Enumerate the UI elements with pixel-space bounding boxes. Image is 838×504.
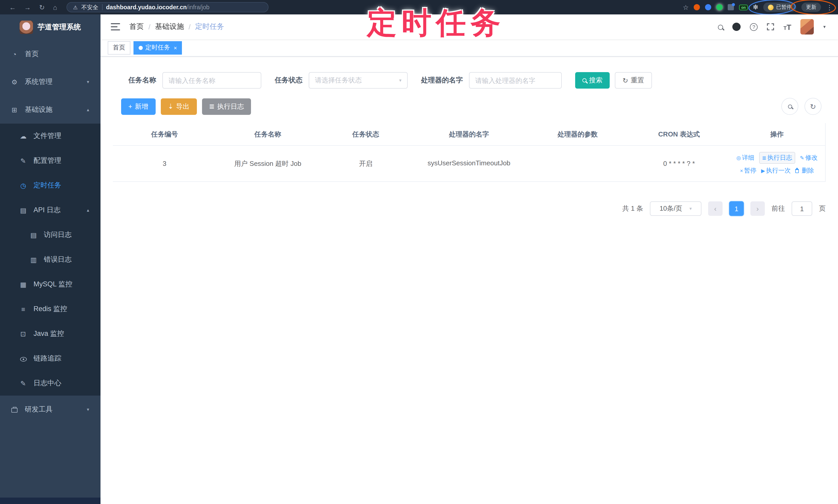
reset-button[interactable]: ↻ 重置 [615,72,652,89]
job-status-select[interactable]: 请选择任务状态 ▾ [309,72,408,89]
extension-icon-grid[interactable] [728,4,734,10]
edit-link[interactable]: ✎修改 [800,154,818,162]
extension-on-badge[interactable]: on [739,4,748,10]
delete-link[interactable]: 删除 [796,166,814,175]
github-icon[interactable] [732,23,740,31]
sidebar-item-home[interactable]: ◔ 首页 [0,40,101,68]
page-size-select[interactable]: 10条/页 ▾ [650,201,701,216]
handler-name-label: 处理器的名字 [421,76,463,85]
browser-back-icon[interactable]: ← [9,3,16,11]
sidebar-item-access-log[interactable]: ▤ 访问日志 [0,222,101,247]
pagination: 共 1 条 10条/页 ▾ ‹ 1 › 前往 页 [113,201,826,216]
sidebar-bottom-strip [0,498,101,504]
browser-reload-icon[interactable]: ↻ [39,3,45,11]
next-page-button[interactable]: › [750,201,765,216]
mysql-monitor-icon: ▦ [19,281,27,288]
run-once-link[interactable]: ▶执行一次 [761,166,790,175]
sidebar: 芋道管理系统 ◔ 首页 ⚙ 系统管理 ▾ ⊞ 基础设施 ▴ ☁ 文件管理 [0,14,101,504]
sidebar-item-config-manage[interactable]: ✎ 配置管理 [0,148,101,173]
dashboard-icon: ◔ [10,50,19,58]
close-icon: × [740,168,743,174]
breadcrumb-group[interactable]: 基础设施 [155,22,184,32]
update-button[interactable]: 更新 [801,3,821,12]
edit-square-icon: ✎ [19,157,27,165]
sidebar-item-file-manage[interactable]: ☁ 文件管理 [0,124,101,148]
sidebar-item-redis-monitor[interactable]: ≡ Redis 监控 [0,297,101,321]
handler-name-cell: sysUserSessionTimeoutJob [412,153,526,174]
chevron-down-icon: ▾ [689,206,692,211]
page-1-button[interactable]: 1 [729,201,744,216]
extensions-puzzle-icon[interactable]: ❇ [753,4,758,11]
toggle-search-button[interactable] [781,98,798,115]
sidebar-item-api-log[interactable]: ▤ API 日志 ▴ [0,198,101,222]
tab-scheduled-job[interactable]: 定时任务 × [134,41,182,54]
tab-home[interactable]: 首页 [108,41,130,54]
app-root: ← → ↻ ⌂ ⚠ 不安全 dashboard.yudao.iocoder.cn… [0,0,838,504]
sidebar-item-log-center[interactable]: ✎ 日志中心 [0,371,101,396]
refresh-table-button[interactable]: ↻ [804,98,821,115]
pause-link[interactable]: ×暂停 [740,166,756,175]
list-icon: ≣ [762,155,766,161]
access-log-icon: ▤ [29,231,38,239]
export-button[interactable]: ⇣ 导出 [160,98,197,114]
annotation-title: 定时任务 [367,3,505,43]
job-status-label: 任务状态 [275,76,302,85]
prev-page-button[interactable]: ‹ [708,201,722,216]
sidebar-item-dev-tools[interactable]: 研发工具 ▾ [0,396,101,424]
bookmark-star-icon[interactable]: ☆ [683,3,688,11]
chevron-down-icon: ▾ [87,407,89,412]
handler-name-input[interactable] [469,72,562,89]
address-divider [102,4,102,10]
col-job-id: 任务编号 [113,129,216,139]
address-bar[interactable]: ⚠ 不安全 dashboard.yudao.iocoder.cn/infra/j… [67,2,268,12]
sidebar-item-java-monitor[interactable]: ⊡ Java 监控 [0,321,101,346]
goto-page-input[interactable] [792,201,812,216]
search-button[interactable]: 搜索 [575,72,610,89]
java-monitor-icon: ⊡ [19,330,27,338]
chevron-down-icon[interactable]: ▾ [823,24,826,29]
breadcrumb-home[interactable]: 首页 [129,22,144,32]
search-icon[interactable] [718,22,723,32]
active-tab-dot [139,46,143,50]
job-name-label: 任务名称 [128,76,156,85]
close-icon[interactable]: × [174,44,177,51]
avatar[interactable] [801,19,814,35]
table-row: 3 用户 Session 超时 Job 开启 sysUserSessionTim… [113,146,825,182]
download-icon: ⇣ [168,103,173,110]
sidebar-item-error-log[interactable]: ▥ 错误日志 [0,247,101,272]
sidebar-item-tracing[interactable]: 链路追踪 [0,346,101,371]
gear-icon: ⚙ [10,78,19,86]
cloud-upload-icon: ☁ [19,132,27,140]
paused-pill[interactable]: 已暂停 [763,3,796,12]
job-name-input[interactable] [162,72,261,89]
extension-icon-blue[interactable] [705,4,712,10]
sidebar-item-scheduled-job[interactable]: ◷ 定时任务 [0,173,101,198]
sidebar-item-mysql-monitor[interactable]: ▦ MySQL 监控 [0,272,101,297]
sidebar-item-infra[interactable]: ⊞ 基础设施 ▴ [0,96,101,124]
browser-menu-kebab-icon[interactable]: ⋮ [826,3,833,11]
sidebar-logo[interactable]: 芋道管理系统 [0,14,101,40]
extension-icon-orange[interactable] [694,4,700,10]
emoji-extension-icon [768,4,773,10]
detail-link[interactable]: ◎详细 [736,154,754,162]
content-area: 任务名称 任务状态 请选择任务状态 ▾ 处理器的名字 搜索 [101,57,838,504]
add-button[interactable]: + 新增 [121,98,155,114]
search-form: 任务名称 任务状态 请选择任务状态 ▾ 处理器的名字 搜索 [128,72,826,89]
sidebar-item-system[interactable]: ⚙ 系统管理 ▾ [0,68,101,96]
help-icon[interactable]: ? [750,23,757,31]
browser-home-icon[interactable]: ⌂ [53,3,57,11]
briefcase-icon [10,406,19,413]
play-icon: ▶ [761,168,765,174]
infra-monitor-icon: ⊞ [10,106,19,113]
hamburger-icon[interactable] [111,23,120,30]
jobs-table: 任务编号 任务名称 任务状态 处理器的名字 处理器的参数 CRON 表达式 操作… [113,123,826,182]
page-unit-label: 页 [819,204,826,213]
extension-icon-green[interactable] [717,4,723,10]
exec-log-button[interactable]: ≣ 执行日志 [202,98,251,114]
list-icon: ≣ [209,103,215,110]
col-actions: 操作 [729,129,825,139]
fullscreen-icon[interactable] [767,23,774,30]
font-size-icon[interactable]: TT [783,22,791,31]
row-exec-log-link[interactable]: ≣执行日志 [759,152,795,164]
browser-forward-icon[interactable]: → [24,3,31,11]
